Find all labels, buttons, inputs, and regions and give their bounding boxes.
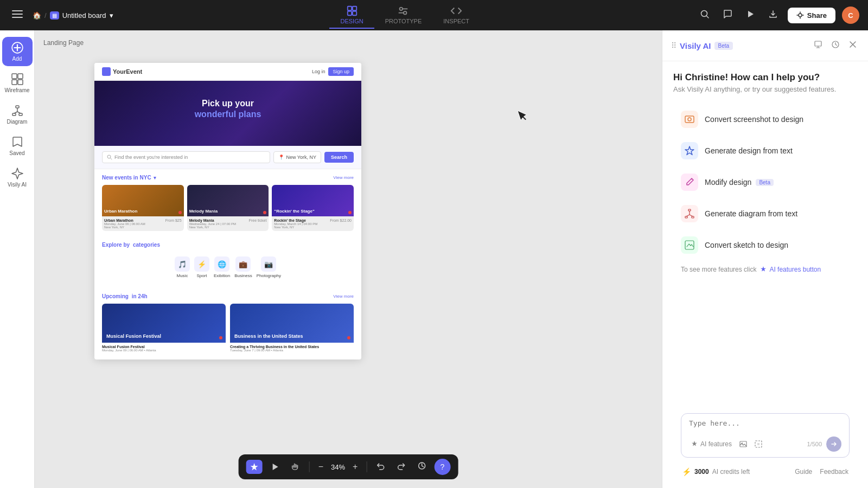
more-hint-btn: AI features button <box>769 266 821 273</box>
svg-point-14 <box>799 14 802 17</box>
mock-search-area: Find the event you're interested in 📍 Ne… <box>94 146 361 169</box>
feature-item-modify[interactable]: Modify design Beta <box>673 167 857 197</box>
tool-tabs: DESIGN PROTOTYPE INSPECT <box>329 2 480 29</box>
sidebar-item-wireframe[interactable]: Wireframe <box>2 68 33 98</box>
svg-point-28 <box>107 155 111 158</box>
mock-section-header: New events in NYC ▾ View more <box>102 175 354 181</box>
user-avatar[interactable]: C <box>842 7 859 24</box>
mock-upcoming-view-more: View more <box>333 294 354 299</box>
sidebar-item-diagram[interactable]: Diagram <box>2 100 33 129</box>
sidebar-item-diagram-label: Diagram <box>7 119 28 125</box>
zoom-out-button[interactable]: − <box>315 460 327 473</box>
zoom-level: 34% <box>331 463 345 471</box>
chat-input-toolbar: AI features 1/500 <box>689 436 841 452</box>
download-button[interactable] <box>765 6 781 25</box>
mock-section-city: NYC <box>139 175 151 181</box>
ai-toolbar-button[interactable] <box>246 460 263 474</box>
sidebar-item-saved[interactable]: Saved <box>2 131 33 160</box>
sidebar-item-saved-label: Saved <box>9 150 24 156</box>
mock-cat-title-text: Explore by <box>102 242 130 248</box>
canvas-label: Landing Page <box>43 39 84 47</box>
panel-close-button[interactable] <box>846 38 859 53</box>
history-button[interactable] <box>413 459 430 475</box>
svg-line-42 <box>686 215 690 216</box>
feature-item-screenshot[interactable]: Convert screenshot to design <box>673 104 857 134</box>
svg-marker-13 <box>748 11 754 17</box>
panel-export-button[interactable] <box>812 38 825 53</box>
mock-categories-title: Explore by categories <box>102 242 160 248</box>
present-button[interactable] <box>742 6 758 25</box>
hand-toolbar-button[interactable] <box>288 460 304 474</box>
menu-button[interactable] <box>9 5 26 25</box>
mock-section-title: New events in NYC ▾ <box>102 175 156 181</box>
redo-button[interactable] <box>393 459 409 475</box>
feature-item-diagram[interactable]: Generate diagram from text <box>673 198 857 229</box>
search-button[interactable] <box>697 6 713 25</box>
send-button[interactable] <box>826 436 841 452</box>
cat-label-exibition: Exibition <box>214 273 230 278</box>
panel-history-button[interactable] <box>829 38 842 53</box>
credits-bar: ⚡ 3000 AI credits left Guide Feedback <box>673 463 857 483</box>
sidebar-item-visily[interactable]: Visily AI <box>2 163 33 192</box>
feature-label-generate: Generate design from text <box>705 146 793 155</box>
cat-icon-photography: 📷 <box>261 256 276 272</box>
upcoming-date-business: Tuesday, June 7 | 09:00 AM • Atlanta <box>230 349 354 352</box>
toolbar-separator-2 <box>366 461 367 472</box>
ai-features-toolbar-label: AI features <box>700 440 732 448</box>
svg-rect-0 <box>12 10 23 11</box>
screenshot-toolbar-btn[interactable] <box>753 439 764 450</box>
sidebar-item-add[interactable]: Add <box>2 37 33 66</box>
mock-hero-subtitle: wonderful plans <box>105 110 350 119</box>
feature-label-modify: Modify design <box>705 178 751 187</box>
upcoming-img-business: Business in the United States <box>230 304 354 343</box>
sidebar-item-wireframe-label: Wireframe <box>4 87 29 93</box>
board-link[interactable]: ▦ Untitled board ▾ <box>50 11 113 20</box>
comment-button[interactable] <box>719 6 736 25</box>
canvas-area[interactable]: Landing Page YourEvent Log in Sign up Pi… <box>35 30 662 488</box>
mock-categories: Explore by categories 🎵 Music ⚡ Sport 🌐 <box>94 236 361 288</box>
ai-features-toolbar-btn[interactable]: AI features <box>689 439 733 450</box>
event-price-melody: Free ticket <box>249 219 267 222</box>
feedback-link[interactable]: Feedback <box>820 468 848 476</box>
feature-item-sketch[interactable]: Convert sketch to design <box>673 230 857 260</box>
tab-design[interactable]: DESIGN <box>329 2 374 29</box>
tab-prototype[interactable]: PROTOTYPE <box>374 2 433 29</box>
bottom-toolbar: − 34% + ? <box>239 454 458 479</box>
svg-rect-3 <box>347 7 351 10</box>
event-loc-urban: New York, NY <box>104 226 182 229</box>
event-image-rockin: "Rockin' the Stage" <box>272 185 354 216</box>
mock-new-events: New events in NYC ▾ View more Urban Mara… <box>94 169 361 236</box>
svg-rect-4 <box>352 7 356 10</box>
share-button[interactable]: Share <box>788 8 835 23</box>
panel-header-actions <box>812 38 859 53</box>
help-button[interactable]: ? <box>434 459 450 475</box>
mock-logo: YourEvent <box>102 67 142 76</box>
svg-rect-6 <box>352 11 356 15</box>
event-price-rockin: From $22.00 <box>330 219 352 222</box>
list-item: 💼 Business <box>234 256 252 278</box>
generate-feature-icon <box>681 142 698 159</box>
mock-upcoming-highlight: in 24h <box>132 293 148 299</box>
mock-hero: Pick up your wonderful plans <box>94 81 361 146</box>
chevron-down-icon: ▾ <box>110 11 113 20</box>
left-sidebar: Add Wireframe Diagram Saved Visily AI <box>0 30 35 488</box>
play-toolbar-button[interactable] <box>267 460 283 474</box>
tab-inspect[interactable]: INSPECT <box>432 2 480 29</box>
chat-input[interactable] <box>689 419 841 430</box>
svg-rect-40 <box>692 216 694 218</box>
home-link[interactable]: 🏠 <box>33 11 41 20</box>
list-item: ⚡ Sport <box>194 256 209 278</box>
upcoming-info-festival: Musical Fusion Festival Monday, June 09 … <box>102 343 226 354</box>
feature-item-generate[interactable]: Generate design from text <box>673 136 857 166</box>
image-upload-btn[interactable] <box>738 439 749 450</box>
credits-label: AI credits left <box>712 468 750 476</box>
char-count: 1/500 <box>807 441 822 447</box>
mock-search-btn: Search <box>324 152 354 163</box>
guide-link[interactable]: Guide <box>795 468 812 476</box>
mock-location-text: New York, NY <box>286 155 316 160</box>
top-bar-left: 🏠 / ▦ Untitled board ▾ <box>9 5 113 25</box>
undo-button[interactable] <box>372 459 388 475</box>
event-name-melody: Melody Mania <box>189 219 214 222</box>
zoom-in-button[interactable]: + <box>349 460 361 473</box>
upcoming-dot-festival <box>219 336 222 339</box>
